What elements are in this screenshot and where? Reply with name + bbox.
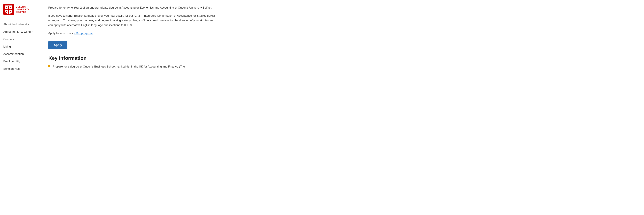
sidebar-nav: About the University About the INTO Cent…	[3, 21, 37, 73]
sidebar-item-about-into[interactable]: About the INTO Center	[3, 28, 37, 36]
university-logo	[3, 4, 14, 15]
sidebar-link-living[interactable]: Living	[3, 45, 37, 48]
key-info-heading: Key Information	[48, 55, 217, 61]
sidebar: QUEEN'S UNIVERSITY BELFAST About the Uni…	[0, 0, 40, 215]
nav-list: About the University About the INTO Cent…	[3, 21, 37, 73]
svg-point-5	[6, 11, 8, 12]
main-content: Prepare for entry to Year 2 of an underg…	[40, 0, 225, 215]
svg-point-4	[10, 7, 12, 8]
sidebar-item-accommodation[interactable]: Accommodation	[3, 50, 37, 58]
bullet-item-1: Prepare for a degree at Queen's Business…	[48, 64, 217, 69]
intro-paragraph: Prepare for entry to Year 2 of an underg…	[48, 5, 217, 10]
svg-rect-2	[5, 9, 12, 10]
icas-apply-text: Apply for one of our iCAS programs.	[48, 31, 217, 36]
icas-programs-link[interactable]: iCAS programs	[74, 32, 93, 35]
icas-prefix: Apply for one of our	[48, 32, 74, 35]
sidebar-item-living[interactable]: Living	[3, 43, 37, 50]
sidebar-item-courses[interactable]: Courses	[3, 36, 37, 43]
icas-suffix: .	[93, 32, 94, 35]
apply-button[interactable]: Apply	[48, 41, 68, 49]
sidebar-link-employability[interactable]: Employability	[3, 60, 37, 63]
university-name-text: QUEEN'S UNIVERSITY BELFAST	[16, 6, 29, 14]
sidebar-item-scholarships[interactable]: Scholarships	[3, 65, 37, 73]
sidebar-link-about-into[interactable]: About the INTO Center	[3, 30, 37, 34]
logo-area: QUEEN'S UNIVERSITY BELFAST	[3, 4, 37, 15]
sidebar-link-about-university[interactable]: About the University	[3, 23, 37, 26]
svg-point-6	[10, 11, 12, 12]
svg-point-3	[6, 7, 8, 8]
sidebar-link-scholarships[interactable]: Scholarships	[3, 67, 37, 71]
sidebar-link-accommodation[interactable]: Accommodation	[3, 52, 37, 56]
bullet-icon	[48, 65, 50, 67]
icas-paragraph: If you have a higher English language le…	[48, 14, 217, 28]
sidebar-item-employability[interactable]: Employability	[3, 58, 37, 65]
sidebar-link-courses[interactable]: Courses	[3, 38, 37, 41]
sidebar-item-about-university[interactable]: About the University	[3, 21, 37, 28]
bullet-text-1: Prepare for a degree at Queen's Business…	[53, 64, 185, 69]
